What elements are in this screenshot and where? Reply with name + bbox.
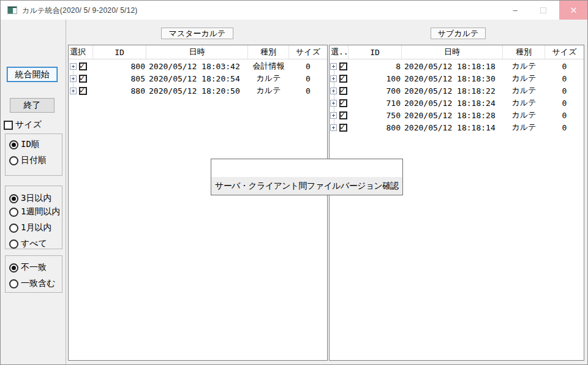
cell-id: 805 <box>93 72 146 85</box>
row-checkbox[interactable] <box>79 75 87 83</box>
table-row[interactable]: 700 2020/05/12 18:18:22 カルテ 0 <box>330 85 584 97</box>
app-window: カルテ統合(2020/ 5/ 9-2020/ 5/12) — ✕ 統合開始 終了… <box>0 0 588 365</box>
radio-1month[interactable]: 1月以内 <box>9 222 51 233</box>
radio-1week-control[interactable] <box>9 208 18 217</box>
sub-pane-label: サブカルテ <box>431 28 486 39</box>
cell-type: カルテ <box>503 97 545 109</box>
table-row[interactable]: 710 2020/05/12 18:18:24 カルテ 0 <box>330 97 584 109</box>
radio-1month-label: 1月以内 <box>21 222 51 233</box>
title-bar: カルテ統合(2020/ 5/ 9-2020/ 5/12) — ✕ <box>1 1 587 20</box>
sub-col-datetime[interactable]: 日時 <box>402 45 503 59</box>
app-icon <box>7 6 17 14</box>
radio-date-order-control[interactable] <box>9 156 18 165</box>
cell-size: 0 <box>289 72 327 85</box>
radio-all[interactable]: すべて <box>9 238 47 249</box>
row-checkbox[interactable] <box>79 87 87 95</box>
radio-all-control[interactable] <box>9 239 18 249</box>
master-col-datetime[interactable]: 日時 <box>146 45 248 59</box>
row-checkbox[interactable] <box>339 124 347 132</box>
radio-1week[interactable]: 1週間以内 <box>9 206 60 217</box>
table-row[interactable]: 800 2020/05/12 18:03:42 会計情報 0 <box>69 60 327 72</box>
sub-col-type[interactable]: 種別 <box>503 45 545 59</box>
cell-size: 0 <box>545 72 584 85</box>
sub-col-select[interactable]: 選.. <box>330 45 349 59</box>
size-checkbox-row[interactable]: サイズ <box>4 119 42 130</box>
cell-datetime: 2020/05/12 18:20:50 <box>146 85 248 97</box>
master-col-size[interactable]: サイズ <box>289 45 327 59</box>
expand-icon[interactable] <box>70 63 77 70</box>
expand-icon[interactable] <box>330 63 337 70</box>
size-checkbox-label: サイズ <box>15 119 42 130</box>
cell-type: カルテ <box>503 109 545 121</box>
minimize-icon: — <box>513 6 517 15</box>
master-pane-label: マスターカルテ <box>161 28 233 39</box>
row-checkbox[interactable] <box>339 111 347 119</box>
status-strip: サーバ・クライアント間ファイルバージョン確認 <box>211 177 402 195</box>
radio-1month-control[interactable] <box>9 224 18 233</box>
row-checkbox[interactable] <box>339 87 347 95</box>
radio-mismatch[interactable]: 不一致 <box>9 262 47 273</box>
cell-id: 800 <box>349 121 402 134</box>
master-col-select[interactable]: 選択 <box>69 45 93 59</box>
radio-include-match-control[interactable] <box>9 279 18 288</box>
expand-icon[interactable] <box>330 112 337 119</box>
cell-size: 0 <box>545 121 584 134</box>
cell-id: 100 <box>349 72 402 85</box>
radio-3days-control[interactable] <box>9 194 18 203</box>
expand-icon[interactable] <box>70 75 77 82</box>
status-dialog: サーバ・クライアント間ファイルバージョン確認 <box>211 159 403 195</box>
minimize-button[interactable]: — <box>501 1 529 20</box>
radio-mismatch-control[interactable] <box>9 263 18 273</box>
expand-icon[interactable] <box>330 88 337 94</box>
table-row[interactable]: 750 2020/05/12 18:18:28 カルテ 0 <box>330 109 584 121</box>
close-button[interactable]: ✕ <box>559 1 588 20</box>
radio-date-order[interactable]: 日付順 <box>9 155 47 166</box>
period-filter-group: 3日以内 1週間以内 1月以内 すべて <box>5 186 62 249</box>
cell-id: 880 <box>93 85 146 97</box>
radio-3days-label: 3日以内 <box>21 193 51 204</box>
table-row[interactable]: 805 2020/05/12 18:20:54 カルテ 0 <box>69 72 327 85</box>
table-row[interactable]: 8 2020/05/12 18:18:18 カルテ 0 <box>330 60 584 72</box>
table-row[interactable]: 880 2020/05/12 18:20:50 カルテ 0 <box>69 85 327 97</box>
cell-datetime: 2020/05/12 18:18:18 <box>402 60 503 72</box>
expand-icon[interactable] <box>70 88 77 94</box>
table-row[interactable]: 100 2020/05/12 18:18:30 カルテ 0 <box>330 72 584 85</box>
radio-id-order[interactable]: ID順 <box>9 139 40 150</box>
cell-datetime: 2020/05/12 18:18:22 <box>402 85 503 97</box>
row-checkbox[interactable] <box>79 62 87 70</box>
radio-include-match[interactable]: 一致含む <box>9 278 55 289</box>
expand-icon[interactable] <box>330 100 337 107</box>
cell-size: 0 <box>545 97 584 109</box>
maximize-button[interactable] <box>529 1 557 20</box>
row-checkbox[interactable] <box>339 75 347 83</box>
sub-col-size[interactable]: サイズ <box>545 45 584 59</box>
start-merge-label: 統合開始 <box>15 69 50 80</box>
expand-icon[interactable] <box>330 124 337 131</box>
close-icon: ✕ <box>570 5 578 16</box>
cell-datetime: 2020/05/12 18:03:42 <box>146 60 248 72</box>
sub-table-header: 選.. ID 日時 種別 サイズ <box>330 45 584 59</box>
cell-id: 8 <box>349 60 402 72</box>
radio-include-match-label: 一致含む <box>21 278 55 289</box>
master-col-type[interactable]: 種別 <box>248 45 289 59</box>
cell-type: カルテ <box>503 85 545 97</box>
radio-id-order-control[interactable] <box>9 140 18 149</box>
cell-size: 0 <box>289 60 327 72</box>
expand-icon[interactable] <box>330 75 337 82</box>
cell-type: カルテ <box>248 85 289 97</box>
master-col-id[interactable]: ID <box>93 45 146 59</box>
sidebar: 統合開始 終了 サイズ ID順 日付順 3日以内 <box>1 20 66 364</box>
cell-size: 0 <box>545 85 584 97</box>
exit-button[interactable]: 終了 <box>10 98 55 113</box>
size-checkbox[interactable] <box>4 121 13 130</box>
start-merge-button[interactable]: 統合開始 <box>7 67 58 82</box>
exit-label: 終了 <box>24 100 41 111</box>
row-checkbox[interactable] <box>339 99 347 107</box>
cell-size: 0 <box>545 109 584 121</box>
table-row[interactable]: 800 2020/05/12 18:18:14 カルテ 0 <box>330 121 584 134</box>
radio-mismatch-label: 不一致 <box>21 262 47 273</box>
row-checkbox[interactable] <box>339 62 347 70</box>
radio-3days[interactable]: 3日以内 <box>9 193 51 204</box>
radio-date-order-label: 日付順 <box>21 155 47 166</box>
sub-col-id[interactable]: ID <box>349 45 402 59</box>
